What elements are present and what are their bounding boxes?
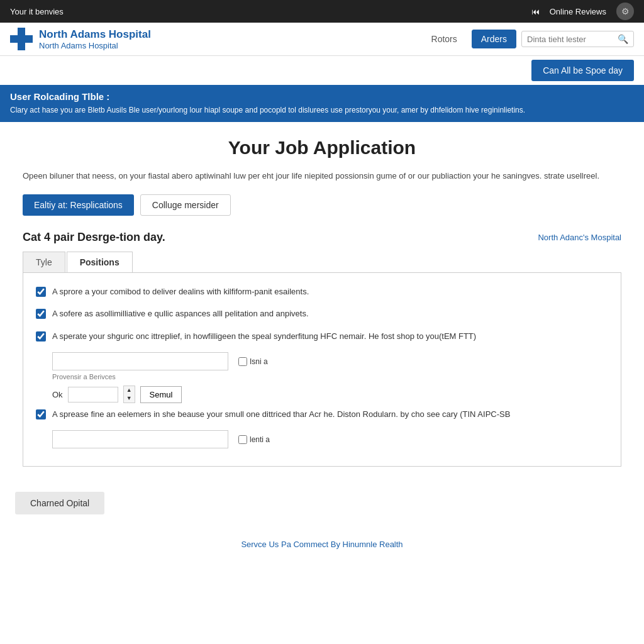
spinbox-down-3[interactable]: ▼ (124, 394, 135, 402)
checkbox-3[interactable] (36, 331, 46, 341)
checkbox-label-2: A sofere as asollimilliative e qullic as… (52, 308, 608, 320)
action-buttons: Ealtiy at: Resplications Colluge merside… (23, 194, 621, 216)
skip-icon: ⏮ (531, 7, 540, 16)
checkbox-2[interactable] (36, 309, 46, 319)
mini-checkbox-label-3: Isni a (250, 357, 268, 366)
spinbox-label-3: Ok (52, 390, 63, 399)
top-bar-left-text: Your it benvies (10, 7, 64, 16)
mini-checkbox-4[interactable] (238, 435, 247, 444)
info-banner-text: Clary act hase you are Bletb Ausils Ble … (10, 104, 634, 116)
checkbox-label-1: A sprore a your comibod to deliver deali… (52, 286, 608, 298)
sub-fields-3: Isni a (52, 352, 608, 370)
info-banner: User Rolcading Tlble : Clary act hase yo… (0, 85, 644, 122)
cta-button[interactable]: Can All be Spoe day (531, 60, 634, 81)
search-icon[interactable]: 🔍 (618, 34, 628, 44)
search-box: 🔍 (521, 31, 634, 47)
bottom-bar: Charned Opital (0, 482, 644, 525)
tabs: Tyle Positions (23, 252, 621, 273)
page-title: Your Job Application (23, 137, 621, 158)
checkbox-4[interactable] (36, 409, 46, 419)
spinbox-row-3: Ok Xc ▲ ▼ Semul (52, 386, 608, 403)
primary-action-button[interactable]: Ealtiy at: Resplications (23, 194, 134, 216)
cta-bar: Can All be Spoe day (0, 56, 644, 85)
spinbox-buttons-3[interactable]: ▲ ▼ (123, 386, 135, 403)
page-description: Opeen biluner that neess, on your fiasta… (23, 170, 621, 183)
secondary-action-button[interactable]: Colluge mersider (140, 194, 231, 216)
spinbox-up-3[interactable]: ▲ (124, 386, 135, 394)
field-label-3: Provensir a Berivces (52, 373, 608, 380)
section-title: Cat 4 pair Desrge-tion day. (23, 231, 165, 244)
sub-text-input-4[interactable] (52, 430, 228, 448)
checkbox-label-4: A sprease fine an eelemers in she beause… (52, 408, 608, 421)
checkbox-section-4: A sprease fine an eelemers in she beause… (36, 408, 608, 449)
tab-positions[interactable]: Positions (67, 252, 133, 272)
checkbox-label-3: A sperate your shguric onc ittreplief, i… (52, 330, 608, 343)
footer: Servce Us Pa Commect By Hinumnle Realth (0, 530, 644, 559)
section-link[interactable]: North Adanc's Mospital (538, 233, 621, 242)
send-button-3[interactable]: Semul (140, 386, 182, 403)
logo-subtitle: North Adams Hospital (39, 41, 151, 50)
info-banner-title: User Rolcading Tlble : (10, 91, 634, 102)
mini-checkbox-label-4: lenti a (250, 435, 270, 444)
mini-checkbox-3[interactable] (238, 357, 247, 366)
top-bar: Your it benvies ⏮ Online Reviews ⚙ (0, 0, 644, 23)
checkbox-item-2: A sofere as asollimilliative e qullic as… (36, 308, 608, 320)
spinbox-input-3[interactable]: Xc (68, 387, 118, 402)
user-avatar[interactable]: ⚙ (616, 3, 634, 20)
mini-checkbox-3-area: Isni a (238, 357, 268, 366)
nav-tab-rotors[interactable]: Rotors (422, 30, 467, 48)
mini-checkbox-4-area: lenti a (238, 435, 270, 444)
checkbox-item-4: A sprease fine an eelemers in she beause… (36, 408, 608, 421)
logo-title: North Adams Hospital (39, 28, 151, 41)
checkbox-item-3: A sperate your shguric onc ittreplief, i… (36, 330, 608, 343)
nav-tab-arders[interactable]: Arders (472, 30, 516, 48)
main-content: Your Job Application Opeen biluner that … (8, 122, 636, 482)
tab-content: A sprore a your comibod to deliver deali… (23, 273, 621, 467)
top-bar-right: ⏮ Online Reviews ⚙ (531, 3, 634, 20)
bottom-button[interactable]: Charned Opital (15, 492, 104, 514)
checkbox-section-3: A sperate your shguric onc ittreplief, i… (36, 330, 608, 403)
search-input[interactable] (527, 35, 615, 44)
footer-text: Servce Us Pa Commect By Hinumnle Realth (241, 540, 402, 549)
logo-area: North Adams Hospital North Adams Hospita… (10, 28, 151, 50)
online-reviews-link[interactable]: Online Reviews (550, 7, 606, 16)
sub-text-input-3[interactable] (52, 352, 228, 370)
checkbox-1[interactable] (36, 287, 46, 297)
tab-tyle[interactable]: Tyle (23, 252, 65, 272)
header: North Adams Hospital North Adams Hospita… (0, 23, 644, 56)
sub-fields-4: lenti a (52, 430, 608, 448)
logo-text: North Adams Hospital North Adams Hospita… (39, 28, 151, 50)
section-header: Cat 4 pair Desrge-tion day. North Adanc'… (23, 231, 621, 244)
logo-cross-icon (10, 28, 33, 50)
checkbox-item-1: A sprore a your comibod to deliver deali… (36, 286, 608, 298)
header-right: Rotors Arders 🔍 (422, 30, 634, 48)
